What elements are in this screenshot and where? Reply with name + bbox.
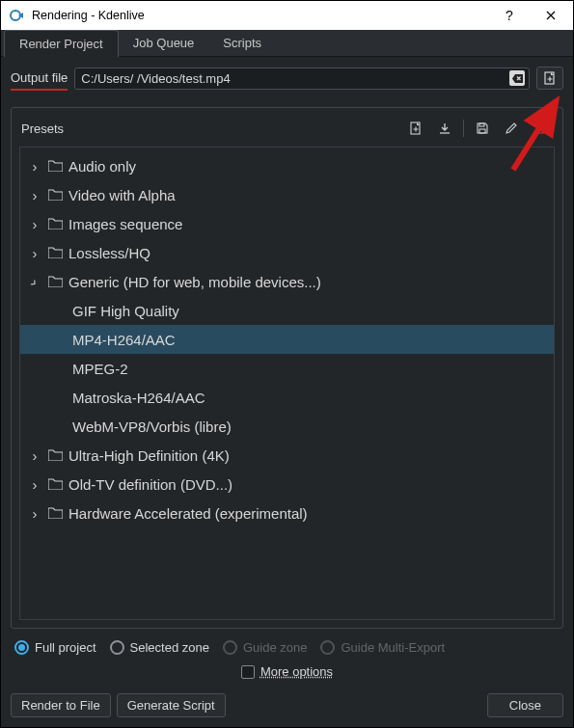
preset-label: GIF High Quality [72, 303, 179, 319]
help-button[interactable]: ? [490, 1, 529, 30]
render-dialog: Rendering - Kdenlive ? Render Project Jo… [0, 0, 574, 728]
download-preset-button[interactable] [430, 118, 459, 139]
preset-matroska[interactable]: Matroska-H264/AAC [20, 383, 554, 412]
folder-icon [47, 246, 63, 259]
folder-icon [47, 448, 63, 462]
tab-render-project[interactable]: Render Project [4, 30, 119, 57]
titlebar: Rendering - Kdenlive ? [1, 1, 573, 30]
radio-label: Guide zone [243, 640, 308, 655]
app-icon [9, 8, 24, 23]
chevron-right-icon: › [28, 216, 41, 232]
svg-rect-4 [479, 129, 485, 133]
chevron-right-icon: › [28, 158, 41, 175]
folder-generic[interactable]: › Generic (HD for web, mobile devices...… [20, 267, 554, 296]
preset-gif-hq[interactable]: GIF High Quality [20, 296, 554, 325]
tab-bar: Render Project Job Queue Scripts [1, 30, 573, 57]
folder-uhd[interactable]: › Ultra-High Definition (4K) [20, 441, 554, 470]
preset-mp4-h264[interactable]: MP4-H264/AAC [20, 325, 554, 354]
folder-icon [47, 159, 63, 173]
chevron-down-icon: › [24, 271, 45, 292]
chevron-right-icon: › [28, 447, 41, 464]
presets-panel: Presets [11, 107, 563, 629]
folder-icon [47, 275, 63, 288]
more-options-label[interactable]: More options [260, 664, 333, 679]
content-area: Output file C:/Users/ /Videos/test.mp4 P… [1, 57, 573, 690]
close-window-button[interactable] [529, 1, 573, 30]
edit-preset-button[interactable] [497, 118, 526, 139]
output-file-input[interactable]: C:/Users/ /Videos/test.mp4 [74, 67, 530, 90]
folder-icon [47, 188, 63, 202]
preset-label: WebM-VP8/Vorbis (libre) [72, 418, 232, 435]
preset-label: Matroska-H264/AAC [72, 390, 205, 406]
output-file-path: C:/Users/ /Videos/test.mp4 [81, 71, 509, 86]
chevron-right-icon: › [28, 505, 41, 522]
radio-label: Guide Multi-Export [341, 640, 445, 655]
folder-images-sequence[interactable]: › Images sequence [20, 209, 554, 238]
close-button[interactable]: Close [487, 693, 563, 717]
save-preset-button[interactable] [468, 118, 497, 139]
folder-video-alpha[interactable]: › Video with Alpha [20, 180, 554, 209]
tab-scripts[interactable]: Scripts [208, 30, 276, 56]
generate-script-button[interactable]: Generate Script [117, 693, 226, 717]
folder-label: Generic (HD for web, mobile devices...) [68, 274, 321, 290]
render-to-file-button[interactable]: Render to File [11, 693, 111, 717]
clear-path-icon[interactable] [509, 70, 525, 86]
presets-label: Presets [19, 121, 401, 136]
folder-lossless[interactable]: › Lossless/HQ [20, 238, 554, 267]
folder-label: Hardware Accelerated (experimental) [68, 505, 308, 522]
toolbar-divider [463, 120, 464, 137]
folder-label: Video with Alpha [68, 187, 176, 203]
radio-full-project[interactable]: Full project [14, 640, 96, 655]
folder-audio-only[interactable]: › Audio only [20, 151, 554, 180]
radio-guide-zone: Guide zone [223, 640, 308, 655]
new-preset-button[interactable] [401, 118, 430, 139]
delete-preset-button[interactable] [526, 118, 555, 139]
chevron-right-icon: › [28, 476, 41, 493]
svg-rect-3 [479, 123, 484, 126]
folder-hw-accel[interactable]: › Hardware Accelerated (experimental) [20, 499, 554, 527]
folder-label: Lossless/HQ [68, 245, 150, 261]
folder-label: Audio only [68, 158, 136, 175]
radio-guide-multi: Guide Multi-Export [320, 640, 445, 655]
folder-icon [47, 506, 63, 520]
preset-label: MP4-H264/AAC [72, 332, 176, 348]
folder-label: Ultra-High Definition (4K) [68, 447, 230, 464]
chevron-right-icon: › [28, 187, 41, 203]
presets-header: Presets [19, 116, 555, 141]
preset-label: MPEG-2 [72, 361, 128, 377]
more-options-checkbox[interactable] [241, 665, 255, 679]
folder-label: Images sequence [68, 216, 182, 232]
chevron-right-icon: › [28, 245, 41, 261]
radio-selected-zone[interactable]: Selected zone [110, 640, 209, 655]
browse-output-button[interactable] [536, 67, 563, 90]
folder-label: Old-TV definition (DVD...) [68, 476, 232, 493]
preset-tree[interactable]: › Audio only › Video with Alpha › Images… [19, 147, 555, 620]
radio-label: Full project [35, 640, 96, 655]
preset-webm[interactable]: WebM-VP8/Vorbis (libre) [20, 412, 554, 441]
output-file-row: Output file C:/Users/ /Videos/test.mp4 [11, 67, 563, 90]
folder-icon [47, 217, 63, 230]
window-title: Rendering - Kdenlive [32, 9, 490, 22]
radio-label: Selected zone [130, 640, 209, 655]
folder-icon [47, 477, 63, 491]
output-file-label: Output file [11, 70, 68, 91]
tab-job-queue[interactable]: Job Queue [119, 30, 209, 56]
button-row: Render to File Generate Script Close [1, 690, 573, 727]
more-options-row: More options [11, 655, 563, 690]
folder-old-tv[interactable]: › Old-TV definition (DVD...) [20, 470, 554, 499]
render-range-row: Full project Selected zone Guide zone Gu… [11, 629, 563, 655]
preset-mpeg2[interactable]: MPEG-2 [20, 354, 554, 383]
